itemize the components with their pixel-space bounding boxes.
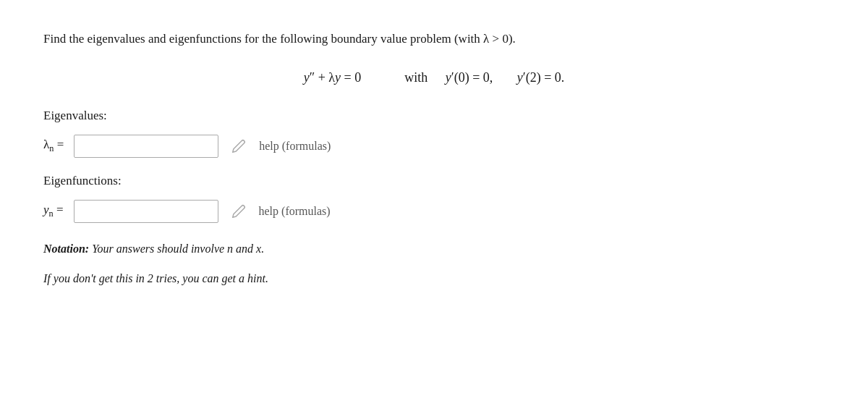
main-equation: y″ + λy = 0 xyxy=(304,70,362,85)
hint-text: If you don't get this in 2 tries, you ca… xyxy=(43,272,268,284)
notation-bold-label: Notation: xyxy=(43,243,89,255)
lambda-n-label: λn = xyxy=(43,138,64,154)
eigenvalues-label: Eigenvalues: xyxy=(43,109,825,123)
notation-block: Notation: Your answers should involve n … xyxy=(43,239,825,258)
eigenvalue-input[interactable] xyxy=(74,135,218,158)
eigenfunction-input[interactable] xyxy=(74,200,218,223)
bc2: y′(2) = 0. xyxy=(517,70,565,85)
with-label: with xyxy=(404,70,427,85)
eigenfunctions-label: Eigenfunctions: xyxy=(43,174,825,188)
notation-text: Your answers should involve n and x. xyxy=(89,243,264,255)
eigenfunction-pencil-button[interactable] xyxy=(229,201,249,222)
hint-block: If you don't get this in 2 tries, you ca… xyxy=(43,269,825,288)
eigenvalue-help-link[interactable]: help (formulas) xyxy=(259,140,331,153)
eigenfunction-help-link[interactable]: help (formulas) xyxy=(259,205,331,218)
boundary-conditions: with y′(0) = 0, y′(2) = 0. xyxy=(404,70,564,85)
problem-intro-text: Find the eigenvalues and eigenfunctions … xyxy=(43,32,516,46)
problem-statement: Find the eigenvalues and eigenfunctions … xyxy=(43,29,825,49)
eigenvalue-pencil-button[interactable] xyxy=(229,136,249,156)
eigenvalue-row: λn = help (formulas) xyxy=(43,135,825,158)
equation-block: y″ + λy = 0 with y′(0) = 0, y′(2) = 0. xyxy=(43,70,825,85)
bc1: y′(0) = 0, xyxy=(446,70,493,85)
eigenfunction-row: yn = help (formulas) xyxy=(43,200,825,223)
y-n-label: yn = xyxy=(43,203,64,219)
